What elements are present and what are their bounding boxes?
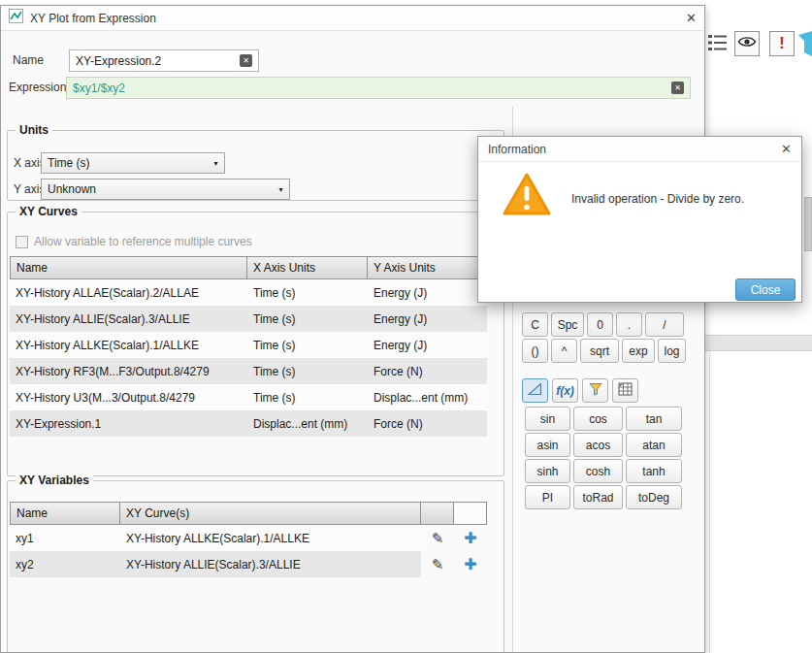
clear-name-icon[interactable]: ✕ (240, 54, 252, 67)
curve-name: XY-History ALLAE(Scalar).2/ALLAE (10, 279, 247, 306)
close-icon[interactable]: ✕ (781, 142, 792, 156)
slope-triangle-icon (528, 382, 542, 399)
curve-y-units: Energy (J) (368, 279, 487, 306)
calc-sin-button[interactable]: sin (525, 407, 570, 431)
funnel-icon (589, 382, 602, 399)
variable-name: xy1 (10, 525, 120, 551)
multi-curve-checkbox[interactable] (16, 236, 28, 248)
calc-todeg-button[interactable]: toDeg (626, 485, 682, 509)
calc-divide-button[interactable]: / (645, 312, 684, 337)
curve-name: XY-History ALLKE(Scalar).1/ALLKE (10, 332, 247, 358)
fx-button[interactable]: f(x) (552, 378, 578, 403)
calc-cos-button[interactable]: cos (573, 407, 623, 431)
calc-log-button[interactable]: log (658, 339, 686, 363)
exclamation-icon: ! (779, 35, 784, 52)
curve-x-units: Time (s) (247, 306, 368, 332)
table-button[interactable] (612, 378, 638, 403)
curve-row[interactable]: XY-History ALLIE(Scalar).3/ALLIE Time (s… (10, 306, 487, 332)
calc-zero-button[interactable]: 0 (587, 312, 613, 337)
curve-y-units: Force (N) (368, 358, 487, 384)
edit-variable-icon[interactable]: ✎ (432, 530, 444, 547)
xy-plot-dialog: XY Plot from Expression ✕ Name XY-Expres… (0, 5, 705, 653)
variables-table-header: Name XY Curve(s) (10, 502, 487, 525)
warning-button[interactable]: ! (769, 31, 795, 56)
column-header-y-units[interactable]: Y Axis Units (368, 256, 487, 279)
variable-row[interactable]: xy1 XY-History ALLKE(Scalar).1/ALLKE ✎ ✚ (10, 525, 487, 551)
add-curve-icon[interactable]: ✚ (464, 555, 476, 573)
grid-icon (618, 382, 633, 399)
calc-atan-button[interactable]: atan (626, 433, 682, 457)
column-header-x-units[interactable]: X Axis Units (247, 256, 368, 279)
column-header-add[interactable] (454, 502, 487, 525)
curve-row[interactable]: XY-History ALLAE(Scalar).2/ALLAE Time (s… (10, 279, 487, 306)
curve-row[interactable]: XY-History RF3(M...F3/Output.8/4279 Time… (10, 358, 487, 384)
curve-x-units: Time (s) (247, 384, 368, 410)
curve-x-units: Time (s) (247, 358, 368, 384)
add-curve-icon[interactable]: ✚ (464, 529, 476, 547)
curve-y-units: Force (N) (368, 410, 487, 437)
expression-input[interactable]: $xy1/$xy2 ✕ (66, 77, 691, 99)
curve-x-units: Displac...ent (mm) (247, 410, 368, 437)
close-icon[interactable]: ✕ (686, 11, 697, 25)
xy-plot-icon (9, 9, 23, 27)
information-dialog: Information ✕ Invalid operation - Divide… (477, 136, 802, 303)
calc-sqrt-button[interactable]: sqrt (580, 339, 619, 363)
units-group: Units X axis Time (s) ▾ Y axis Unknown ▾ (7, 130, 504, 201)
calc-paren-button[interactable]: () (522, 339, 548, 363)
calc-pi-button[interactable]: PI (525, 485, 570, 509)
splitter-band[interactable] (705, 335, 812, 351)
curve-x-units: Time (s) (247, 279, 368, 306)
variable-row[interactable]: xy2 XY-History ALLIE(Scalar).3/ALLIE ✎ ✚ (10, 551, 487, 577)
plot-tool-button[interactable] (522, 378, 548, 403)
column-header-edit[interactable] (421, 502, 454, 525)
curve-y-units: Displac...ent (mm) (368, 384, 487, 410)
curve-row[interactable]: XY-Expression.1 Displac...ent (mm) Force… (10, 410, 487, 437)
name-input[interactable]: XY-Expression.2 ✕ (69, 49, 259, 72)
calc-asin-button[interactable]: asin (525, 433, 570, 457)
clear-expression-icon[interactable]: ✕ (671, 82, 684, 94)
info-message: Invalid operation - Divide by zero. (571, 192, 793, 206)
calc-exp-button[interactable]: exp (622, 339, 655, 363)
variable-curve: XY-History ALLKE(Scalar).1/ALLKE (120, 525, 421, 551)
x-axis-dropdown[interactable]: Time (s) ▾ (41, 152, 225, 174)
eye-icon (737, 35, 757, 52)
calc-clear-button[interactable]: C (522, 312, 548, 337)
calc-tan-button[interactable]: tan (626, 407, 682, 431)
calc-acos-button[interactable]: acos (573, 433, 623, 457)
column-header-xy-curves[interactable]: XY Curve(s) (120, 502, 421, 525)
info-close-button[interactable]: Close (735, 278, 796, 301)
xy-variables-group-label: XY Variables (16, 473, 93, 487)
name-label: Name (13, 49, 44, 72)
warning-triangle-icon (502, 172, 552, 220)
xy-curves-group: XY Curves Allow variable to reference mu… (7, 212, 504, 476)
curves-table-header: Name X Axis Units Y Axis Units (10, 256, 487, 279)
edit-variable-icon[interactable]: ✎ (432, 556, 444, 573)
expression-label: Expression (9, 77, 66, 99)
y-axis-dropdown[interactable]: Unknown ▾ (41, 179, 290, 200)
dialog-titlebar[interactable]: XY Plot from Expression ✕ (1, 6, 704, 31)
info-titlebar[interactable]: Information ✕ (478, 137, 801, 162)
curve-row[interactable]: XY-History ALLKE(Scalar).1/ALLKE Time (s… (10, 332, 487, 358)
calc-power-button[interactable]: ^ (551, 339, 577, 363)
curve-name: XY-Expression.1 (10, 410, 247, 437)
calc-torad-button[interactable]: toRad (573, 485, 623, 509)
filter-partial-icon[interactable] (798, 31, 812, 60)
chevron-down-icon: ▾ (273, 185, 289, 194)
filter-button[interactable] (582, 378, 608, 403)
visibility-eye-button[interactable] (734, 31, 760, 56)
xy-curves-group-label: XY Curves (16, 205, 81, 218)
dialog-title: XY Plot from Expression (30, 12, 156, 25)
calc-cosh-button[interactable]: cosh (573, 459, 623, 483)
calc-tanh-button[interactable]: tanh (626, 459, 682, 483)
curve-row[interactable]: XY-History U3(M...3/Output.8/4279 Time (… (10, 384, 487, 410)
expression-value: $xy1/$xy2 (73, 82, 671, 95)
calc-dot-button[interactable]: . (616, 312, 642, 337)
column-header-name[interactable]: Name (10, 256, 247, 279)
calc-space-button[interactable]: Spc (551, 312, 584, 337)
curve-y-units: Energy (J) (368, 306, 487, 332)
calc-sinh-button[interactable]: sinh (525, 459, 570, 483)
scrollbar-thumb[interactable] (804, 197, 812, 251)
column-header-var-name[interactable]: Name (10, 502, 120, 525)
list-icon[interactable] (707, 33, 729, 56)
curve-x-units: Time (s) (247, 332, 368, 358)
